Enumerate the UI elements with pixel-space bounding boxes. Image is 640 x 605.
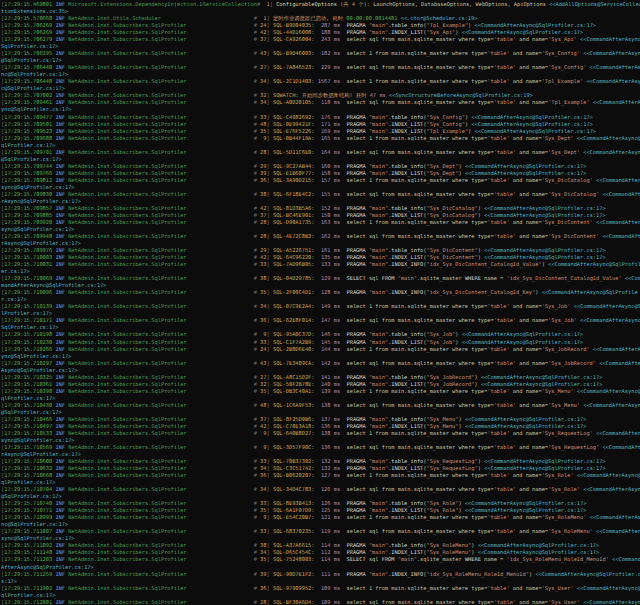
log-level: INF [55, 99, 65, 105]
sql-id: SQL-90D7E1F2: [273, 571, 318, 577]
sql-id: SQL-3A90D215: [273, 177, 318, 183]
logger-name: NetAdmin.Inst.Subscribers.SqlProfiler [68, 50, 186, 56]
timestamp: 17:29:15.709523 [4, 128, 52, 134]
thread-id: 39 [257, 571, 267, 577]
thread-id: 33 [257, 339, 267, 345]
sql-string: 'Sys_RoleMenu' [548, 528, 593, 534]
logger-name: NetAdmin.Inst.Subscribers.SqlProfiler [68, 78, 186, 84]
sql-string: 'table' [494, 317, 516, 323]
message-segment: (共 4 个) [340, 1, 367, 7]
sql-text: select sql from main.sqlite_master where… [347, 528, 494, 534]
caller-ref: <<CommandAfterAsync@SqlProfiler.cs:17> [462, 500, 587, 506]
sql-string: "main" [369, 212, 388, 218]
sql-keyword: table_info [391, 542, 423, 548]
sql-string: 'table' [487, 50, 509, 56]
caller-ref: <<CommandAfterAsync@SqlProfiler.cs:17> [471, 22, 596, 28]
thread-id: 34 [257, 99, 267, 105]
sql-id: SQL-64C96220: [273, 254, 318, 260]
log-level: INF [55, 92, 65, 98]
log-level: INF [55, 514, 65, 520]
sql-id: SQL-B0620207: [273, 472, 318, 478]
sql-string: "main" [369, 247, 388, 253]
thread-id: 27 [257, 64, 267, 70]
sql-text: and name= [510, 78, 542, 84]
log-level: INF [55, 22, 65, 28]
sql-keyword: PRAGMA [347, 381, 366, 387]
log-line: [17:29:15.710069 INF NetAdmin.Inst.Subsc… [1, 275, 640, 289]
sql-string: "main" [369, 289, 388, 295]
timestamp: 17:29:15.710031 [4, 261, 52, 267]
logger-name: NetAdmin.Inst.Subscribers.SqlProfiler [68, 542, 186, 548]
sql-string: "Sys_Dept" [427, 163, 459, 169]
sql-keyword: PRAGMA [347, 465, 366, 471]
sql-id: SQL-C70E3A18: [273, 423, 318, 429]
sql-keyword: PRAGMA [347, 29, 366, 35]
sql-id: SQL-97909952: [273, 585, 318, 591]
duration: 119 ms [318, 528, 347, 534]
sql-keyword: table_info [391, 247, 423, 253]
logger-name: NetAdmin.Inst.Subscribers.SqlProfiler [68, 233, 186, 239]
logger-name: NetAdmin.Inst.Subscribers.SqlProfiler [68, 331, 186, 337]
pad [187, 78, 254, 84]
logger-name: NetAdmin.Inst.Subscribers.SqlProfiler [68, 549, 186, 555]
sql-string: 'table' [494, 36, 516, 42]
thread-id: 43 [257, 50, 267, 56]
timestamp: 17:29:15.710325 [4, 374, 52, 380]
timestamp: 17:29:15.710533 [4, 430, 52, 436]
sql-string: 'Sys_Config' [542, 50, 580, 56]
log-line: [17:29:15.711203 INF NetAdmin.Inst.Subsc… [1, 556, 640, 570]
sql-string: "main" [369, 261, 388, 267]
sql-string: "main" [369, 339, 388, 345]
pad [187, 114, 254, 120]
sql-text: select sql from main.sqlite_master where… [347, 444, 494, 450]
log-line: [17:29:15.710569 INF NetAdmin.Inst.Subsc… [1, 444, 640, 458]
sql-string: "Sys_RequestLog" [427, 458, 478, 464]
duration: 176 ms [318, 114, 347, 120]
logger-name: NetAdmin.Inst.Subscribers.SqlProfiler [68, 465, 186, 471]
pad [187, 121, 254, 127]
timestamp: 17:29:15.710632 [4, 465, 52, 471]
sql-keyword: PRAGMA [347, 254, 366, 260]
sql-id: SQL-4E72C8B3: [273, 233, 318, 239]
caller-ref: <<CommandAfterAsync@SqlProfiler.cs:17> [481, 458, 606, 464]
thread-id: 38 [257, 191, 267, 197]
sql-string: "main" [369, 331, 388, 337]
duration: 144 ms [318, 346, 347, 352]
thread-id: 43 [257, 360, 267, 366]
duration: 127 ms [318, 472, 347, 478]
sql-string: "Sys_Api" [427, 29, 456, 35]
duration: 147 ms [318, 317, 347, 323]
timestamp: 17:29:15.710497 [4, 423, 52, 429]
logger-name: NetAdmin.Inst.Subscribers.SqlProfiler [68, 191, 186, 197]
sql-string: 'Sys_DicCatalog' [548, 191, 599, 197]
duration: 287 ms [318, 22, 347, 28]
sql-string: "main" [369, 374, 388, 380]
thread-id: 28 [257, 233, 267, 239]
sql-id: SQL-E76F5226: [273, 128, 318, 134]
logger-name: NetAdmin.Inst.Subscribers.SqlProfiler [68, 212, 186, 218]
caller-ref: <<SyncStructureBeforeAsync@SqlProfiler.c… [386, 92, 533, 98]
log-line: [17:29:15.469801 INF Microsoft.Extension… [1, 1, 640, 15]
duration: 165 ms [318, 135, 347, 141]
pad [187, 542, 254, 548]
pad [187, 135, 254, 141]
sql-id: SQL-BC46E901: [273, 212, 318, 218]
timestamp: 17:29:15.709688 [4, 135, 52, 141]
sql-string: 'table' [487, 585, 509, 591]
thread-id: 42 [257, 29, 267, 35]
pad [187, 346, 254, 352]
logger-name: NetAdmin.Inst.Subscribers.SqlProfiler [68, 528, 186, 534]
sql-string: 'Sys_User' [542, 585, 574, 591]
timestamp: 17:29:15.709812 [4, 177, 52, 183]
sql-string: "idx_Sys_DicContent_CatalogId_Value" [427, 261, 542, 267]
sql-text: and name= [510, 303, 542, 309]
duration: 161 ms [318, 247, 347, 253]
log-line: [17:29:15.710361 INF NetAdmin.Inst.Subsc… [1, 381, 640, 388]
sql-keyword: table_info [391, 458, 423, 464]
sql-string: 'table' [487, 219, 509, 225]
sql-string: 'table' [494, 360, 516, 366]
thread-id: 35 [257, 289, 267, 295]
caller-ref: <<CommandAfterAsync@SqlProfiler.cs:17> [462, 163, 587, 169]
sql-keyword: PRAGMA [347, 289, 366, 295]
timestamp: 17:29:15.711092 [4, 542, 52, 548]
